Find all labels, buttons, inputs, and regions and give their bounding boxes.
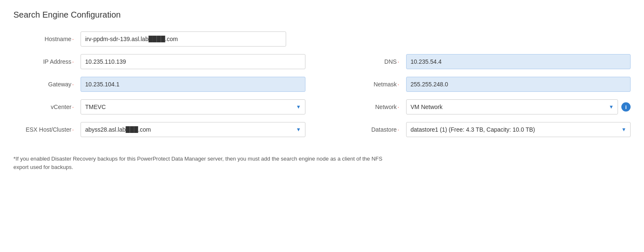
dns-input[interactable] xyxy=(406,54,631,69)
dns-row: DNS· xyxy=(339,54,631,69)
esx-host-select[interactable]: abyss28.asl.lab███.com xyxy=(81,122,305,137)
hostname-required: · xyxy=(72,36,74,42)
footnote: *If you enabled Disaster Recovery backup… xyxy=(13,155,391,171)
vcenter-select[interactable]: TMEVC xyxy=(81,99,305,114)
network-select[interactable]: VM Network xyxy=(406,99,618,114)
dns-required: · xyxy=(398,58,399,65)
network-label: Network· xyxy=(339,104,406,110)
datastore-row: Datastore· datastore1 (1) (Free: 4.3 TB,… xyxy=(339,122,631,137)
hostname-input-wrapper xyxy=(81,31,631,47)
dns-label: DNS· xyxy=(339,58,406,65)
netmask-row: Netmask· xyxy=(339,77,631,92)
network-required: · xyxy=(398,104,399,110)
esx-host-select-wrapper: abyss28.asl.lab███.com ▼ xyxy=(81,122,305,137)
page-title: Search Engine Configuration xyxy=(13,10,631,20)
hostname-row: Hostname· xyxy=(13,31,631,47)
network-info-icon[interactable]: i xyxy=(621,102,631,112)
gateway-required: · xyxy=(72,81,74,88)
network-select-wrapper: VM Network ▼ xyxy=(406,99,618,114)
gateway-label: Gateway· xyxy=(13,81,81,88)
hostname-input[interactable] xyxy=(81,31,286,47)
netmask-label: Netmask· xyxy=(339,81,406,88)
datastore-label: Datastore· xyxy=(339,126,406,133)
datastore-required: · xyxy=(398,126,399,133)
datastore-select-wrapper: datastore1 (1) (Free: 4.3 TB, Capacity: … xyxy=(406,122,631,137)
esx-host-label: ESX Host/Cluster· xyxy=(13,126,81,133)
gateway-row: Gateway· xyxy=(13,77,305,92)
ip-address-row: IP Address· xyxy=(13,54,305,69)
vcenter-select-wrapper: TMEVC ▼ xyxy=(81,99,305,114)
esx-host-row: ESX Host/Cluster· abyss28.asl.lab███.com… xyxy=(13,122,305,137)
vcenter-required: · xyxy=(72,104,74,110)
vcenter-row: vCenter· TMEVC ▼ xyxy=(13,99,305,114)
netmask-input[interactable] xyxy=(406,77,631,92)
vcenter-label: vCenter· xyxy=(13,104,81,110)
ip-required: · xyxy=(72,58,74,65)
hostname-label: Hostname· xyxy=(13,36,81,42)
datastore-select[interactable]: datastore1 (1) (Free: 4.3 TB, Capacity: … xyxy=(406,122,631,137)
esx-required: · xyxy=(72,126,74,133)
ip-address-input[interactable] xyxy=(81,54,305,69)
ip-address-label: IP Address· xyxy=(13,58,81,65)
form-grid: IP Address· DNS· Gateway· Netmask· vCent… xyxy=(13,54,631,145)
gateway-input[interactable] xyxy=(81,77,305,92)
netmask-required: · xyxy=(398,81,399,88)
network-row: Network· VM Network ▼ i xyxy=(339,99,631,114)
